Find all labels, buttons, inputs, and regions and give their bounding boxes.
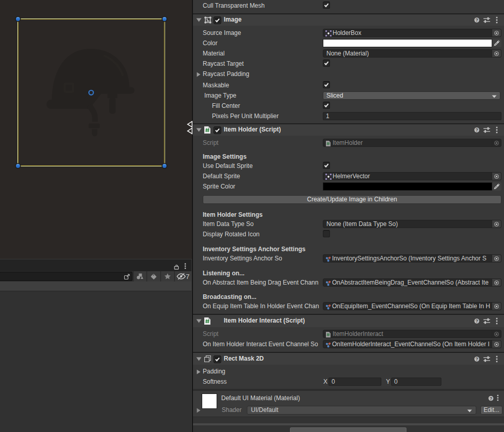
svg-text:?: ? bbox=[475, 318, 478, 324]
svg-text:?: ? bbox=[475, 127, 478, 133]
svg-text:?: ? bbox=[475, 356, 478, 362]
svg-text:?: ? bbox=[475, 17, 478, 23]
svg-text:7: 7 bbox=[186, 273, 189, 280]
svg-text:?: ? bbox=[490, 396, 492, 401]
